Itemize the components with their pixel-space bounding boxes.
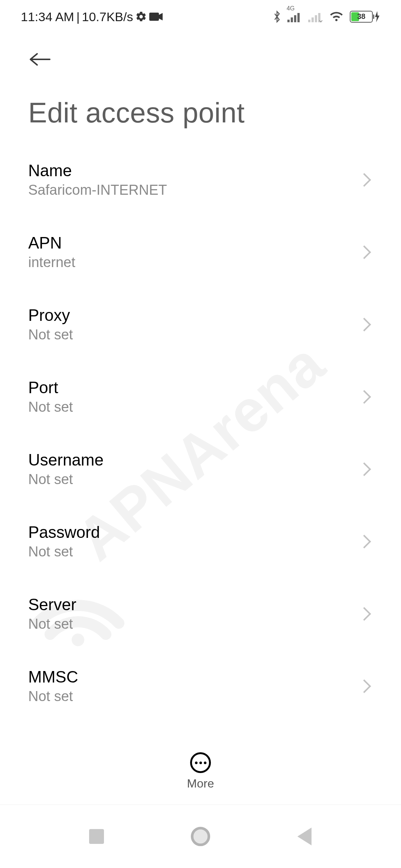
- setting-label: Server: [28, 595, 76, 614]
- chevron-right-icon: [358, 245, 371, 259]
- nav-back-button[interactable]: [293, 825, 316, 848]
- svg-rect-7: [312, 17, 314, 22]
- page-title: Edit access point: [0, 74, 401, 144]
- svg-rect-6: [308, 20, 310, 22]
- more-button[interactable]: More: [187, 752, 214, 790]
- setting-row-name[interactable]: Name Safaricom-INTERNET: [28, 144, 373, 216]
- svg-rect-2: [287, 20, 290, 22]
- svg-rect-1: [149, 13, 159, 21]
- wifi-icon: [329, 11, 344, 23]
- svg-rect-8: [315, 15, 317, 22]
- status-separator: |: [76, 10, 80, 24]
- signal-sim2-icon: [308, 11, 323, 22]
- setting-value: internet: [28, 254, 75, 270]
- chevron-right-icon: [358, 390, 371, 404]
- chevron-right-icon: [358, 462, 371, 476]
- back-button[interactable]: [28, 48, 50, 70]
- svg-rect-5: [297, 13, 300, 22]
- setting-row-password[interactable]: Password Not set: [28, 505, 373, 578]
- setting-label: Port: [28, 378, 73, 397]
- nav-home-button[interactable]: [189, 825, 212, 848]
- setting-row-username[interactable]: Username Not set: [28, 433, 373, 505]
- svg-rect-3: [291, 17, 293, 22]
- setting-row-apn[interactable]: APN internet: [28, 216, 373, 288]
- bluetooth-icon: [273, 10, 281, 23]
- setting-label: Username: [28, 451, 104, 469]
- status-time: 11:34 AM: [21, 10, 74, 24]
- setting-row-proxy[interactable]: Proxy Not set: [28, 288, 373, 361]
- chevron-right-icon: [358, 679, 371, 693]
- bottom-action-bar: More: [0, 738, 401, 805]
- setting-label: Name: [28, 161, 167, 180]
- more-label: More: [187, 777, 214, 790]
- camera-icon: [149, 12, 163, 22]
- chevron-right-icon: [358, 607, 371, 621]
- setting-label: MMSC: [28, 668, 78, 686]
- recent-apps-icon: [89, 829, 104, 844]
- status-bar: 11:34 AM | 10.7KB/s 4G: [0, 0, 401, 33]
- setting-value: Safaricom-INTERNET: [28, 182, 167, 198]
- setting-row-port[interactable]: Port Not set: [28, 361, 373, 433]
- home-icon: [191, 827, 210, 846]
- chevron-right-icon: [358, 318, 371, 331]
- setting-label: Password: [28, 523, 100, 542]
- chevron-right-icon: [358, 173, 371, 187]
- system-nav-bar: [0, 805, 401, 868]
- more-icon: [190, 752, 211, 773]
- setting-label: Proxy: [28, 306, 73, 325]
- setting-value: Not set: [28, 616, 76, 632]
- status-data-rate: 10.7KB/s: [82, 10, 133, 24]
- setting-value: Not set: [28, 471, 104, 487]
- setting-value: Not set: [28, 544, 100, 560]
- setting-value: Not set: [28, 327, 73, 343]
- setting-value: Not set: [28, 688, 78, 704]
- setting-label: APN: [28, 234, 75, 252]
- signal-4g-icon: 4G: [287, 11, 302, 22]
- setting-row-mmsc[interactable]: MMSC Not set: [28, 650, 373, 722]
- setting-row-server[interactable]: Server Not set: [28, 578, 373, 650]
- settings-list: Name Safaricom-INTERNET APN internet Pro…: [0, 144, 401, 738]
- svg-rect-4: [294, 15, 296, 22]
- charging-icon: [374, 11, 380, 22]
- setting-value: Not set: [28, 399, 73, 415]
- settings-gear-icon: [135, 11, 147, 23]
- battery-indicator: 38: [350, 11, 380, 23]
- nav-recent-button[interactable]: [85, 825, 108, 848]
- chevron-right-icon: [358, 535, 371, 548]
- back-triangle-icon: [297, 828, 312, 845]
